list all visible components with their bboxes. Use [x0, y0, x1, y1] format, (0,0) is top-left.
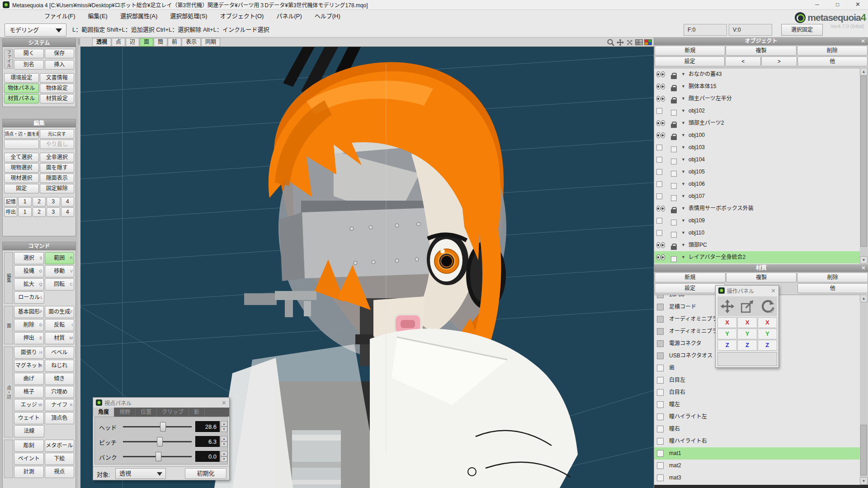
zoom-icon[interactable]	[607, 38, 615, 47]
system-button[interactable]: 物体パネル	[4, 84, 39, 93]
slider-thumb[interactable]	[160, 422, 166, 432]
object-list-item[interactable]: ▼obj102	[654, 105, 860, 117]
visibility-eyes-icon[interactable]	[656, 84, 665, 89]
edit-button[interactable]: 面を隠す	[40, 163, 75, 173]
material-checkbox[interactable]	[657, 389, 664, 396]
material-list-item[interactable]: 瞳右	[654, 423, 860, 435]
material-checkbox[interactable]	[657, 450, 664, 457]
object-list-item[interactable]: ▼obj107	[654, 190, 860, 202]
visibility-checkbox[interactable]	[656, 157, 662, 163]
expand-triangle-icon[interactable]: ▼	[681, 117, 685, 129]
expand-triangle-icon[interactable]: ▼	[681, 129, 685, 141]
multiview-gray-icon[interactable]	[635, 39, 643, 45]
axis-button-x[interactable]: X	[737, 317, 757, 328]
object-list-item[interactable]: ▼obj105	[654, 166, 860, 178]
material-checkbox[interactable]	[657, 352, 664, 359]
command-button[interactable]: 面の生成F	[45, 306, 75, 318]
material-checkbox[interactable]	[657, 462, 664, 469]
move-tool-icon[interactable]	[717, 296, 737, 316]
expand-triangle-icon[interactable]: ▼	[681, 166, 685, 178]
expand-triangle-icon[interactable]: ▼	[681, 141, 685, 154]
material-toolbar-button[interactable]: 複製	[726, 272, 797, 282]
material-checkbox[interactable]	[657, 438, 664, 445]
spin-up-icon[interactable]: ▲	[221, 421, 227, 427]
axis-button-z[interactable]: Z	[717, 340, 737, 351]
spin-down-icon[interactable]: ▼	[221, 456, 227, 462]
object-list-item[interactable]: ▼表情用サーボボックス外装	[654, 202, 860, 215]
object-toolbar-button[interactable]: 設定	[655, 56, 725, 66]
edit-slot-button[interactable]: 1	[18, 197, 31, 206]
material-checkbox[interactable]	[657, 295, 664, 298]
edit-button[interactable]: 全て選択	[4, 153, 39, 162]
slider-track[interactable]	[123, 456, 192, 457]
visibility-eyes-icon[interactable]	[656, 120, 665, 126]
visibility-eyes-icon[interactable]	[656, 242, 665, 248]
system-button[interactable]: 別名	[14, 60, 44, 70]
command-button[interactable]: ねじれ	[45, 360, 75, 372]
expand-triangle-icon[interactable]: ▼	[681, 93, 685, 105]
spinner[interactable]: ▲▼	[221, 421, 227, 432]
command-button[interactable]: 格子	[14, 386, 44, 398]
command-button[interactable]: 基本図形P	[14, 306, 44, 318]
command-button[interactable]: エッジW	[14, 399, 44, 411]
viewport-mode-button[interactable]: 簡	[154, 38, 167, 47]
scroll-down-icon[interactable]: ▼	[860, 477, 868, 485]
tab-視野[interactable]: 視野	[114, 408, 136, 417]
tab-影[interactable]: 影	[189, 408, 205, 417]
menu-item-0[interactable]: ファイル(F)	[38, 10, 82, 23]
axis-button-z[interactable]: Z	[737, 340, 757, 351]
close-icon[interactable]: ✕	[861, 264, 866, 272]
material-list-item[interactable]: mat2	[654, 460, 860, 472]
mode-selector[interactable]: モデリング	[5, 23, 66, 37]
edit-button[interactable]: 固定	[4, 184, 39, 193]
material-checkbox[interactable]	[657, 401, 664, 408]
spin-up-icon[interactable]: ▲	[221, 451, 227, 456]
menu-item-1[interactable]: 編集(E)	[82, 10, 114, 23]
expand-triangle-icon[interactable]: ▼	[681, 80, 685, 93]
command-button[interactable]: 範囲R	[45, 252, 75, 264]
command-button[interactable]: 計測	[14, 466, 44, 478]
visibility-eyes-icon[interactable]	[656, 254, 665, 260]
command-button[interactable]: 材質M	[45, 332, 75, 344]
command-button[interactable]: マグネットB	[14, 360, 44, 372]
command-button[interactable]: 移動V	[45, 265, 75, 277]
menu-item-4[interactable]: オブジェクト(O)	[214, 10, 270, 23]
operation-panel-titlebar[interactable]: 操作パネル ✕	[716, 286, 778, 296]
command-button[interactable]: 削除D	[14, 319, 44, 331]
object-list-item[interactable]: ▼おなかの蓋43	[654, 68, 860, 80]
command-button[interactable]: 法線	[14, 425, 44, 437]
close-icon[interactable]: ✕	[861, 38, 865, 45]
tab-クリップ[interactable]: クリップ	[157, 408, 189, 417]
system-button[interactable]: 保存	[45, 49, 75, 58]
slider-track[interactable]	[123, 441, 192, 442]
command-button[interactable]: 反転I	[45, 319, 75, 331]
command-button[interactable]: 視点	[45, 466, 75, 478]
expand-triangle-icon[interactable]: ▼	[681, 178, 685, 190]
edit-button[interactable]: 全非選択	[40, 153, 75, 162]
system-button[interactable]: 環境設定	[4, 73, 39, 83]
axis-button-z[interactable]: Z	[758, 340, 777, 351]
material-list-scrollbar[interactable]: ▲ ▼	[860, 295, 868, 485]
axis-button-y[interactable]: Y	[717, 328, 737, 339]
visibility-eyes-icon[interactable]	[656, 132, 665, 138]
expand-triangle-icon[interactable]: ▼	[681, 227, 685, 239]
edit-slot-button[interactable]: 3	[47, 207, 60, 217]
system-button[interactable]: 開く	[14, 49, 44, 58]
object-list-item[interactable]: ▼obj110	[654, 227, 860, 239]
viewport-mode-button[interactable]: 前	[168, 38, 181, 47]
visibility-checkbox[interactable]	[656, 169, 662, 175]
command-button[interactable]: メタボール	[45, 440, 75, 452]
edit-button[interactable]: 元に戻す	[40, 129, 75, 139]
command-button[interactable]: 曲げ	[14, 373, 44, 385]
close-icon[interactable]: ✕	[222, 399, 226, 406]
visibility-eyes-icon[interactable]	[656, 206, 665, 211]
object-list-item[interactable]: ▼顔主パーツ左半分	[654, 93, 860, 105]
object-list-item[interactable]: ▼頭部PC	[654, 239, 860, 251]
edit-slot-label[interactable]: 記憶	[4, 197, 17, 206]
axis-button-x[interactable]: X	[717, 317, 737, 328]
object-list-item[interactable]: ▼obj104	[654, 154, 860, 166]
viewport-mode-button[interactable]: 同期	[201, 38, 220, 47]
edit-slot-button[interactable]: 2	[33, 197, 46, 206]
material-toolbar-button[interactable]: 新規	[655, 272, 726, 282]
object-list-item[interactable]: ▼obj100	[654, 129, 860, 141]
